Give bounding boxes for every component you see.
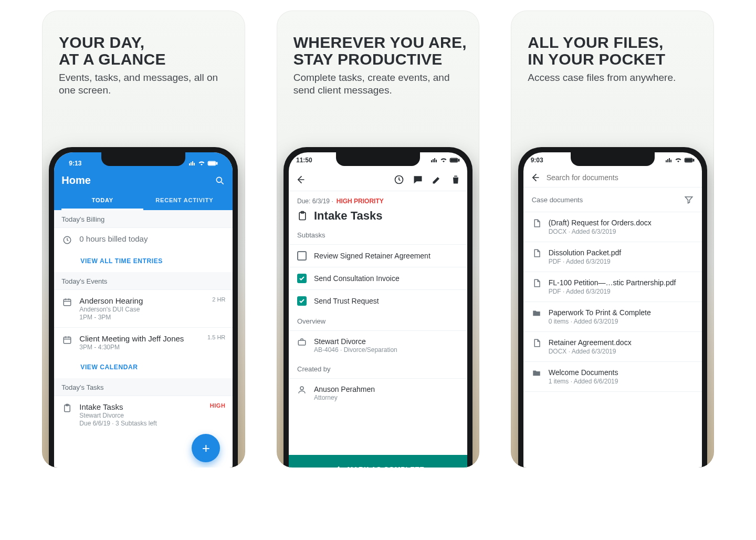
tab-today[interactable]: TODAY [61, 192, 143, 210]
subtask-row[interactable]: Review Signed Retainer Agreement [289, 244, 467, 267]
promo-copy: ALL YOUR FILES, IN YOUR POCKET Access ca… [528, 34, 701, 84]
svg-point-24 [300, 387, 303, 390]
section-tasks: Today's Tasks Intake Tasks Stewart Divor… [54, 378, 233, 433]
checkbox-unchecked-icon[interactable] [297, 251, 307, 261]
svg-rect-18 [450, 159, 457, 162]
svg-rect-6 [64, 299, 71, 306]
history-icon[interactable] [394, 174, 404, 185]
creator-name: Anuson Perahmen [314, 385, 375, 393]
billing-value: 0 hours billed today [79, 234, 225, 243]
status-icons [188, 161, 218, 166]
fab-add-button[interactable]: + [192, 434, 220, 462]
headline: YOUR DAY, AT A GLANCE [59, 34, 233, 67]
section-header: Today's Tasks [54, 378, 233, 396]
clock-icon [61, 234, 73, 245]
promo-slide-1: YOUR DAY, AT A GLANCE Events, tasks, and… [42, 11, 245, 468]
file-icon [532, 248, 541, 265]
tab-recent-activity[interactable]: RECENT ACTIVITY [143, 192, 225, 210]
toolbar [289, 168, 467, 191]
calendar-icon [61, 334, 73, 351]
svg-rect-27 [685, 159, 692, 162]
checkbox-checked-icon[interactable] [297, 296, 307, 306]
file-icon [532, 219, 541, 235]
section-header: Overview [289, 312, 467, 330]
section-header: Subtasks [289, 226, 467, 244]
comment-icon[interactable] [413, 174, 423, 185]
checkbox-checked-icon[interactable] [297, 274, 307, 283]
delete-icon[interactable] [450, 174, 461, 185]
clipboard-icon [297, 211, 308, 221]
headline: WHEREVER YOU ARE, STAY PRODUCTIVE [293, 34, 467, 67]
briefcase-icon [297, 337, 307, 354]
back-icon[interactable] [530, 172, 540, 183]
promo-slide-2: WHEREVER YOU ARE, STAY PRODUCTIVE Comple… [277, 11, 480, 468]
subheadline: Events, tasks, and messages, all on one … [59, 71, 233, 97]
doc-meta: 0 items · Added 6/3/2019 [549, 318, 651, 325]
duration-label: 2 HR [212, 296, 225, 321]
doc-title: Welcome Documents [549, 368, 618, 377]
svg-rect-10 [64, 337, 71, 344]
document-row[interactable]: Dissolution Packet.pdfPDF · Added 6/3/20… [523, 242, 702, 272]
status-time: 9:13 [69, 160, 81, 167]
overview-row[interactable]: Stewart Divorce AB-4046 · Divorce/Separa… [289, 330, 467, 360]
calendar-icon [61, 296, 73, 321]
back-icon[interactable] [295, 174, 306, 185]
status-time: 11:50 [296, 157, 312, 164]
search-icon[interactable] [215, 175, 225, 186]
status-icons [430, 158, 460, 163]
document-row[interactable]: Welcome Documents1 items · Added 6/6/201… [523, 362, 702, 392]
edit-icon[interactable] [432, 174, 442, 185]
view-time-entries-link[interactable]: VIEW ALL TIME ENTRIES [54, 251, 233, 272]
doc-title: Retainer Agreement.docx [549, 338, 632, 347]
task-row[interactable]: Intake Tasks Stewart Divorce Due 6/6/19 … [54, 396, 233, 433]
headline: ALL YOUR FILES, IN YOUR POCKET [528, 34, 701, 67]
creator-row[interactable]: Anuson Perahmen Attorney [289, 378, 467, 408]
creator-role: Attorney [314, 394, 375, 401]
svg-line-4 [222, 182, 224, 184]
file-icon [532, 278, 541, 295]
clipboard-icon [61, 402, 73, 427]
subheadline: Complete tasks, create events, and send … [293, 71, 467, 97]
svg-point-3 [217, 177, 222, 182]
view-calendar-link[interactable]: VIEW CALENDAR [54, 357, 233, 378]
doc-meta: PDF · Added 6/3/2019 [549, 258, 622, 265]
doc-meta: DOCX · Added 6/3/2019 [549, 228, 652, 235]
event-row[interactable]: Client Meeting with Jeff Jones 3PM - 4:3… [54, 327, 233, 357]
doc-title: FL-100 Petition—…stic Partnership.pdf [549, 278, 676, 287]
document-row[interactable]: Retainer Agreement.docxDOCX · Added 6/3/… [523, 332, 702, 362]
priority-badge: HIGH PRIORITY [337, 198, 384, 205]
status-time: 9:03 [531, 157, 543, 164]
subtask-row[interactable]: Send Consultation Invoice [289, 267, 467, 289]
doc-title: Paperwork To Print & Complete [549, 308, 651, 317]
search-input[interactable] [547, 173, 696, 182]
priority-badge: HIGH [210, 402, 226, 409]
list-header: Case documents [532, 196, 583, 204]
doc-meta: 1 items · Added 6/6/2019 [549, 378, 618, 385]
document-row[interactable]: (Draft) Request for Orders.docxDOCX · Ad… [523, 212, 702, 242]
status-icons [665, 158, 695, 163]
svg-rect-23 [298, 340, 306, 345]
promo-slide-3: ALL YOUR FILES, IN YOUR POCKET Access ca… [511, 11, 714, 468]
section-header: Today's Billing [54, 210, 233, 227]
svg-rect-17 [458, 159, 459, 161]
document-row[interactable]: Paperwork To Print & Complete0 items · A… [523, 302, 702, 332]
doc-meta: PDF · Added 6/3/2019 [549, 288, 676, 295]
doc-title: (Draft) Request for Orders.docx [549, 219, 652, 227]
phone-frame: 9:03 Case documents [518, 147, 707, 468]
subtask-row[interactable]: Send Trust Request [289, 289, 467, 312]
svg-rect-1 [216, 162, 217, 164]
file-icon [532, 338, 541, 355]
task-title: Intake Tasks [314, 209, 382, 223]
promo-copy: YOUR DAY, AT A GLANCE Events, tasks, and… [59, 34, 233, 97]
due-line: Due: 6/3/19 · HIGH PRIORITY [297, 198, 459, 205]
event-row[interactable]: Anderson Hearing Anderson's DUI Case 1PM… [54, 289, 233, 327]
filter-icon[interactable] [684, 195, 694, 204]
doc-meta: DOCX · Added 6/3/2019 [549, 348, 632, 355]
section-events: Today's Events Anderson Hearing Anderson… [54, 272, 233, 378]
section-billing: Today's Billing 0 hours billed today VIE… [54, 210, 233, 272]
promo-copy: WHEREVER YOU ARE, STAY PRODUCTIVE Comple… [293, 34, 467, 97]
mark-complete-button[interactable]: MARK AS COMPLETE [289, 455, 467, 468]
duration-label: 1.5 HR [207, 334, 225, 351]
document-row[interactable]: FL-100 Petition—…stic Partnership.pdfPDF… [523, 272, 702, 302]
phone-frame: 11:50 [284, 147, 472, 468]
